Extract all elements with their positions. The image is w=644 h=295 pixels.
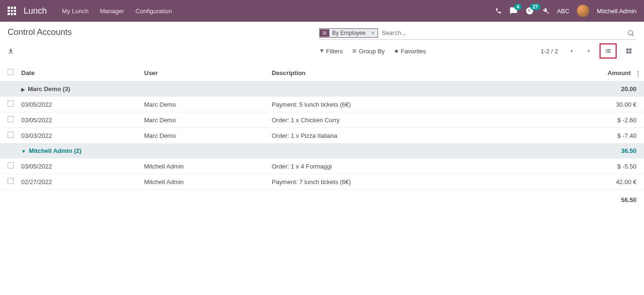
messages-badge: 4 xyxy=(514,4,522,10)
cell-description: Order: 1 x Pizza Italiana xyxy=(268,128,601,143)
cell-description: Payment: 7 lunch tickets (6€) xyxy=(268,174,601,190)
table-row[interactable]: 03/05/2022Marc DemoPayment: 5 lunch tick… xyxy=(0,97,644,112)
table-row[interactable]: 03/05/2022Marc DemoOrder: 1 x Chicken Cu… xyxy=(0,112,644,128)
nav-manager[interactable]: Manager xyxy=(100,8,124,15)
cell-user: Marc Demo xyxy=(140,97,268,112)
pager-text[interactable]: 1-2 / 2 xyxy=(541,48,558,55)
row-checkbox[interactable] xyxy=(8,178,14,184)
user-name[interactable]: Mitchell Admin xyxy=(597,8,636,15)
cell-description: Order: 1 x 4 Formaggi xyxy=(268,159,601,174)
pager-next-icon[interactable] xyxy=(583,46,595,56)
table-header-row: Date User Description Amount⋮ xyxy=(0,64,644,82)
filter-icon xyxy=(319,49,324,53)
search-area: By Employee × xyxy=(319,27,636,40)
navbar-left: Lunch My Lunch Manager Configuration xyxy=(8,6,172,16)
cell-date: 03/05/2022 xyxy=(17,112,140,128)
cell-amount: $ -5.50 xyxy=(601,159,644,174)
groupby-facet-icon xyxy=(320,29,329,37)
cell-description: Payment: 5 lunch tickets (6€) xyxy=(268,97,601,112)
control-bar: Control Accounts By Employee × xyxy=(0,22,644,40)
caret-down-icon: ▼ xyxy=(21,149,26,154)
activities-badge: 27 xyxy=(530,4,540,10)
cell-description: Order: 1 x Chicken Curry xyxy=(268,112,601,128)
groupby-button[interactable]: Group By xyxy=(352,48,385,55)
cell-user: Mitchell Admin xyxy=(140,174,268,190)
search-input[interactable] xyxy=(378,27,625,38)
toolbar-right: 1-2 / 2 xyxy=(541,43,636,59)
caret-right-icon: ▶ xyxy=(21,87,25,92)
star-icon xyxy=(394,49,399,53)
col-description[interactable]: Description xyxy=(268,64,601,82)
messages-button[interactable]: 4 xyxy=(509,7,518,15)
group-row[interactable]: ▼Mitchell Admin (2)36.50 xyxy=(0,143,644,159)
row-checkbox[interactable] xyxy=(8,116,14,122)
filters-label: Filters xyxy=(326,48,343,55)
row-checkbox[interactable] xyxy=(8,162,14,169)
app-brand[interactable]: Lunch xyxy=(24,6,47,16)
filters-button[interactable]: Filters xyxy=(319,48,343,55)
phone-icon[interactable] xyxy=(495,8,502,14)
nav-configuration[interactable]: Configuration xyxy=(136,8,172,15)
col-amount[interactable]: Amount⋮ xyxy=(601,64,644,82)
toolbar-left xyxy=(8,48,319,54)
group-name: Mitchell Admin (2) xyxy=(29,147,81,154)
search-icon[interactable] xyxy=(625,29,636,37)
tools-icon[interactable] xyxy=(541,7,549,15)
cell-user: Marc Demo xyxy=(140,112,268,128)
favorites-label: Favorites xyxy=(401,48,426,55)
row-checkbox[interactable] xyxy=(8,101,14,107)
cell-date: 02/27/2022 xyxy=(17,174,140,190)
groupby-icon xyxy=(352,49,357,53)
total-amount: 56.50 xyxy=(601,190,644,208)
export-icon[interactable] xyxy=(8,48,319,54)
col-user[interactable]: User xyxy=(140,64,268,82)
table-row[interactable]: 02/27/2022Mitchell AdminPayment: 7 lunch… xyxy=(0,174,644,190)
group-name: Marc Demo (3) xyxy=(28,85,70,93)
cell-date: 03/05/2022 xyxy=(17,97,140,112)
svg-point-0 xyxy=(628,30,633,34)
cell-amount: 30.00 € xyxy=(601,97,644,112)
navbar: Lunch My Lunch Manager Configuration 4 2… xyxy=(0,0,644,22)
toolbar: Filters Group By Favorites 1-2 / 2 xyxy=(0,40,644,64)
view-kanban-icon[interactable] xyxy=(621,44,636,58)
view-list-icon[interactable] xyxy=(600,43,617,59)
avatar[interactable] xyxy=(577,5,589,17)
toolbar-center: Filters Group By Favorites xyxy=(319,48,426,55)
nav-menu: My Lunch Manager Configuration xyxy=(62,8,172,15)
cell-user: Marc Demo xyxy=(140,128,268,143)
group-amount: 36.50 xyxy=(601,143,644,159)
facet-label: By Employee xyxy=(329,29,369,37)
cell-date: 03/03/2022 xyxy=(17,128,140,143)
cell-amount: $ -7.40 xyxy=(601,128,644,143)
facet-close-icon[interactable]: × xyxy=(369,30,378,36)
cell-user: Mitchell Admin xyxy=(140,159,268,174)
group-amount: 20.00 xyxy=(601,82,644,97)
activities-button[interactable]: 27 xyxy=(525,7,534,15)
column-menu-icon[interactable]: ⋮ xyxy=(635,70,641,77)
favorites-button[interactable]: Favorites xyxy=(394,48,426,55)
groupby-label: Group By xyxy=(359,48,385,55)
row-checkbox[interactable] xyxy=(8,132,14,138)
nav-my-lunch[interactable]: My Lunch xyxy=(62,8,88,15)
navbar-right: 4 27 ABC Mitchell Admin xyxy=(495,5,636,17)
group-row[interactable]: ▶Marc Demo (3)20.00 xyxy=(0,82,644,97)
cell-amount: $ -2.60 xyxy=(601,112,644,128)
footer-row: 56.50 xyxy=(0,190,644,208)
accounts-table: Date User Description Amount⋮ ▶Marc Demo… xyxy=(0,64,644,207)
col-date[interactable]: Date xyxy=(17,64,140,82)
search-facet: By Employee × xyxy=(319,28,378,38)
table-row[interactable]: 03/05/2022Mitchell AdminOrder: 1 x 4 For… xyxy=(0,159,644,174)
cell-amount: 42.00 € xyxy=(601,174,644,190)
page-title: Control Accounts xyxy=(8,27,319,37)
pager-prev-icon[interactable] xyxy=(566,46,578,56)
debug-label[interactable]: ABC xyxy=(557,8,569,15)
select-all-checkbox[interactable] xyxy=(8,69,14,75)
table-row[interactable]: 03/03/2022Marc DemoOrder: 1 x Pizza Ital… xyxy=(0,128,644,143)
apps-icon[interactable] xyxy=(8,7,16,15)
cell-date: 03/05/2022 xyxy=(17,159,140,174)
